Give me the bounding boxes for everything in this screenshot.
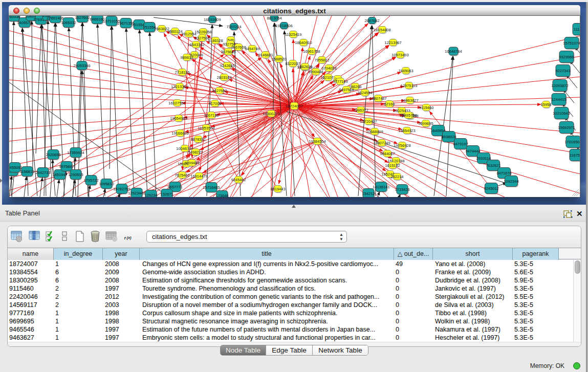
svg-text:7955812: 7955812	[314, 58, 329, 62]
svg-text:9146821: 9146821	[258, 53, 273, 57]
svg-text:1290515: 1290515	[68, 172, 83, 177]
svg-text:17016504: 17016504	[564, 140, 580, 144]
svg-text:9657771: 9657771	[167, 185, 182, 189]
svg-text:19384554: 19384554	[309, 139, 325, 144]
svg-text:2020655: 2020655	[46, 152, 60, 157]
svg-text:1527602: 1527602	[75, 16, 90, 20]
svg-text:8919443: 8919443	[270, 187, 285, 191]
svg-text:19654923: 19654923	[398, 128, 415, 133]
svg-text:16107552: 16107552	[168, 101, 185, 105]
svg-text:18640910: 18640910	[295, 40, 312, 45]
svg-text:16914479: 16914479	[190, 174, 207, 179]
svg-text:5498222: 5498222	[188, 150, 203, 155]
svg-text:10807487: 10807487	[369, 96, 386, 101]
svg-text:2718126: 2718126	[175, 70, 189, 75]
svg-text:9474444: 9474444	[465, 149, 480, 154]
svg-text:17359924: 17359924	[67, 150, 84, 155]
svg-text:8938928: 8938928	[441, 135, 456, 139]
svg-text:6479197: 6479197	[453, 142, 468, 146]
svg-text:2803144: 2803144	[216, 75, 231, 80]
svg-text:15300273: 15300273	[263, 112, 279, 116]
svg-text:1733426: 1733426	[395, 187, 409, 192]
svg-text:1156819: 1156819	[20, 169, 35, 174]
svg-text:8813054: 8813054	[267, 16, 281, 20]
svg-text:15958: 15958	[541, 102, 552, 107]
svg-text:9699695: 9699695	[418, 121, 433, 126]
svg-text:15720407: 15720407	[360, 119, 377, 124]
svg-text:1588520: 1588520	[271, 57, 286, 61]
svg-text:9245012: 9245012	[484, 186, 498, 191]
svg-text:1244415: 1244415	[551, 97, 566, 102]
svg-text:18807249: 18807249	[373, 141, 390, 145]
svg-text:15751074: 15751074	[563, 41, 580, 46]
svg-text:989612: 989612	[180, 55, 193, 60]
svg-text:1615132: 1615132	[385, 163, 400, 168]
svg-text:252214: 252214	[390, 174, 403, 179]
svg-text:19654985: 19654985	[170, 116, 187, 121]
svg-text:1092344: 1092344	[504, 179, 518, 184]
svg-text:111248: 111248	[574, 27, 580, 32]
svg-text:3267130: 3267130	[204, 113, 219, 118]
svg-text:16543362: 16543362	[187, 42, 204, 47]
svg-text:11353594: 11353594	[198, 126, 215, 130]
svg-text:19166825: 19166825	[171, 131, 188, 136]
svg-text:2942737: 2942737	[35, 170, 50, 175]
svg-text:129234: 129234	[144, 193, 157, 197]
svg-text:9099489: 9099489	[184, 161, 199, 165]
svg-text:1451947: 1451947	[52, 172, 67, 177]
svg-text:9777169: 9777169	[333, 79, 347, 84]
svg-text:1795722: 1795722	[83, 178, 98, 183]
svg-text:1167534: 1167534	[570, 153, 580, 158]
svg-text:3875685: 3875685	[221, 50, 235, 54]
svg-text:9975887: 9975887	[59, 164, 74, 169]
svg-text:7632621: 7632621	[486, 163, 500, 168]
svg-text:8471676: 8471676	[496, 171, 511, 176]
svg-text:7625402: 7625402	[175, 173, 189, 178]
svg-text:7986372: 7986372	[353, 108, 368, 113]
svg-text:16154808: 16154808	[374, 28, 390, 32]
svg-text:6497568: 6497568	[339, 87, 354, 92]
svg-text:8912954: 8912954	[181, 32, 196, 36]
svg-text:2687682: 2687682	[364, 18, 379, 23]
svg-text:173648: 173648	[215, 193, 228, 197]
svg-text:12093872: 12093872	[551, 83, 568, 88]
svg-text:8878332: 8878332	[190, 137, 205, 142]
svg-text:16033809: 16033809	[204, 17, 221, 22]
svg-text:2867608: 2867608	[231, 45, 246, 50]
svg-text:16961758: 16961758	[303, 49, 320, 54]
svg-text:7485063: 7485063	[398, 69, 413, 73]
svg-text:1095810: 1095810	[99, 182, 114, 186]
svg-text:19218506: 19218506	[275, 24, 292, 28]
svg-text:6466160: 6466160	[90, 17, 104, 21]
svg-text:(x): (x)	[126, 235, 132, 240]
svg-text:29053346: 29053346	[73, 63, 90, 68]
svg-text:9084067: 9084067	[380, 151, 395, 156]
svg-text:417006: 417006	[208, 101, 221, 106]
svg-text:18724007: 18724007	[286, 104, 302, 108]
svg-text:9327506: 9327506	[194, 36, 209, 40]
svg-text:6794028: 6794028	[321, 66, 336, 71]
svg-text:f: f	[124, 236, 126, 240]
svg-text:1065332: 1065332	[61, 20, 76, 25]
svg-text:8427552: 8427552	[212, 89, 227, 93]
svg-text:8990448: 8990448	[308, 70, 323, 74]
svg-text:9227343: 9227343	[555, 69, 570, 73]
svg-text:12975115: 12975115	[401, 83, 418, 88]
svg-text:10210643: 10210643	[553, 111, 570, 116]
svg-text:16648784: 16648784	[445, 49, 462, 54]
svg-text:9115460: 9115460	[419, 105, 434, 110]
svg-text:14136141: 14136141	[373, 185, 389, 189]
svg-text:10973493: 10973493	[391, 53, 408, 57]
svg-text:9329966: 9329966	[559, 55, 574, 59]
svg-text:10688609: 10688609	[366, 129, 383, 134]
svg-text:27691406: 27691406	[47, 16, 63, 20]
svg-text:9245402: 9245402	[231, 178, 246, 182]
svg-text:15716485: 15716485	[203, 185, 220, 190]
svg-text:19463627: 19463627	[401, 98, 418, 103]
svg-text:1362615: 1362615	[297, 64, 312, 69]
svg-text:15226058: 15226058	[194, 30, 211, 34]
svg-text:12213369: 12213369	[171, 84, 188, 89]
svg-text:15692971: 15692971	[558, 125, 575, 130]
svg-text:7357224: 7357224	[226, 25, 241, 29]
svg-text:12213967: 12213967	[384, 40, 401, 45]
